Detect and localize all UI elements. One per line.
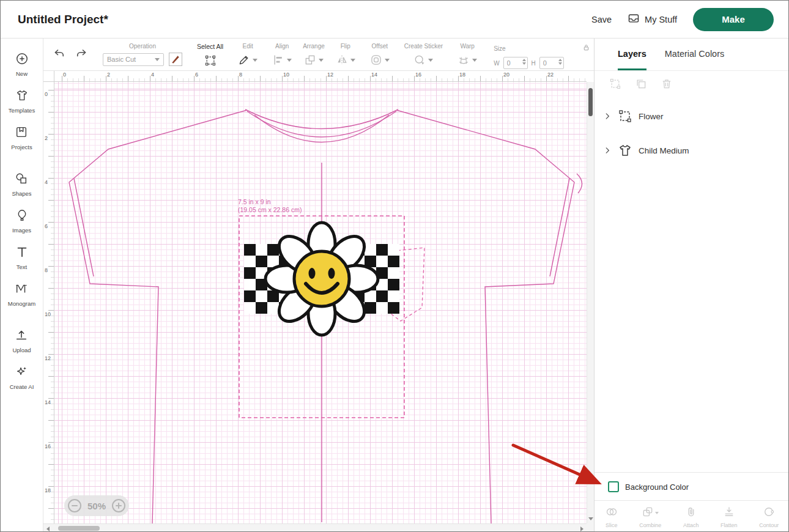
scroll-right-arrow[interactable] [580,526,583,531]
contour-icon [763,506,775,520]
sidebar-item-label: New [16,70,28,77]
my-stuff-button[interactable]: My Stuff [628,12,677,26]
flower-design[interactable] [265,223,378,335]
flip-button[interactable] [336,53,355,67]
create-sticker-label: Create Sticker [404,43,443,50]
smiley-eye [309,268,316,279]
templates-icon [15,89,29,105]
sidebar-item-images[interactable]: Images [12,209,31,234]
tool-label: Contour [759,522,779,528]
select-all-label: Select All [197,43,223,50]
undo-button[interactable] [53,47,65,62]
width-label: W [494,60,499,67]
monogram-icon [15,282,28,298]
canvas-grid[interactable]: 7.5 in x 9 in (19.05 cm x 22.86 cm) 50% [54,82,587,523]
sidebar-item-create-ai[interactable]: Create AI [10,365,34,390]
ruler-mark: 4 [45,179,48,185]
save-button[interactable]: Save [591,15,612,24]
make-button[interactable]: Make [693,8,774,31]
width-decrement[interactable] [522,62,526,65]
color-swatch[interactable] [169,53,182,66]
ruler-mark: 14 [371,72,377,78]
ruler-mark: 20 [503,72,509,78]
chevron-down-icon [350,59,355,62]
ruler-mark: 14 [45,399,51,405]
ruler-vertical: 0 2 4 6 8 10 12 14 16 18 [43,82,54,523]
vertical-scrollbar[interactable] [587,82,594,523]
horizontal-scrollbar-thumb[interactable] [58,526,100,531]
operation-label: Operation [129,43,156,50]
slice-button[interactable]: Slice [606,506,618,528]
attach-icon [685,506,697,520]
shapes-icon [15,172,28,188]
layers-panel: Layers Material Colors Flower Child Medi… [594,39,789,532]
panel-tabs: Layers Material Colors [595,39,789,71]
combine-button[interactable]: Combine [639,506,661,528]
height-increment[interactable] [558,59,562,61]
width-increment[interactable] [522,59,526,61]
lock-icon[interactable] [582,43,590,54]
contour-button[interactable]: Contour [759,506,779,528]
ruler-mark: 12 [327,72,333,78]
edit-toolbar: Operation Basic Cut Select All Edit [43,39,594,71]
background-color-checkbox[interactable] [608,481,619,492]
align-group: Align [267,39,297,70]
select-all-button[interactable] [204,53,217,68]
sidebar-item-label: Monogram [8,300,35,307]
chevron-down-icon [253,59,257,62]
height-label: H [532,60,536,67]
ruler-mark: 6 [45,223,48,229]
offset-button[interactable] [370,53,390,67]
warp-group: Warp [452,39,483,70]
ruler-corner [43,71,54,82]
ruler-mark: 22 [547,72,554,78]
zoom-in-button[interactable] [112,499,125,512]
operation-select[interactable]: Basic Cut [103,53,164,66]
chevron-down-icon [319,59,324,62]
scroll-left-arrow[interactable] [46,526,50,531]
sidebar-item-label: Images [12,227,31,234]
ruler-mark: 6 [195,72,198,78]
edit-button[interactable] [238,53,257,67]
height-decrement[interactable] [558,62,562,65]
delete-icon[interactable] [661,78,673,92]
zoom-out-button[interactable] [68,499,81,512]
align-button[interactable] [272,53,292,67]
left-sidebar: New Templates Projects Shapes Images Tex… [1,39,43,532]
tab-material-colors[interactable]: Material Colors [665,39,725,70]
my-stuff-icon [628,12,640,26]
horizontal-scrollbar[interactable] [43,523,587,532]
arrange-button[interactable] [304,53,324,67]
layer-label: Flower [639,112,664,121]
edit-group: Edit [232,39,263,70]
layer-row-child-medium[interactable]: Child Medium [595,133,789,168]
tab-layers[interactable]: Layers [618,39,646,70]
redo-button[interactable] [75,47,87,62]
vertical-scrollbar-thumb[interactable] [588,88,593,116]
flatten-button[interactable]: Flatten [720,506,738,528]
ruler-mark: 10 [283,72,289,78]
arrange-icon [304,54,316,66]
create-sticker-button[interactable] [413,53,433,67]
layer-actions [595,71,789,99]
upload-icon [15,328,28,344]
align-label: Align [275,43,289,50]
sidebar-item-shapes[interactable]: Shapes [12,172,31,197]
duplicate-icon[interactable] [635,78,647,92]
scroll-down-arrow[interactable] [588,517,593,520]
layer-row-flower[interactable]: Flower [595,99,789,133]
attach-button[interactable]: Attach [683,506,699,528]
ruler-mark: 0 [63,72,66,78]
sidebar-item-monogram[interactable]: Monogram [8,282,35,307]
flatten-icon [723,506,735,520]
sidebar-item-upload[interactable]: Upload [12,328,31,353]
sidebar-item-text[interactable]: Text [15,245,29,270]
sidebar-item-new[interactable]: New [15,52,29,77]
chevron-right-icon[interactable] [603,112,612,120]
sidebar-item-projects[interactable]: Projects [11,125,32,150]
sidebar-item-templates[interactable]: Templates [9,89,35,114]
group-icon[interactable] [609,78,621,92]
warp-button[interactable] [457,53,477,67]
size-label: Size [494,45,505,52]
chevron-right-icon[interactable] [603,146,612,155]
